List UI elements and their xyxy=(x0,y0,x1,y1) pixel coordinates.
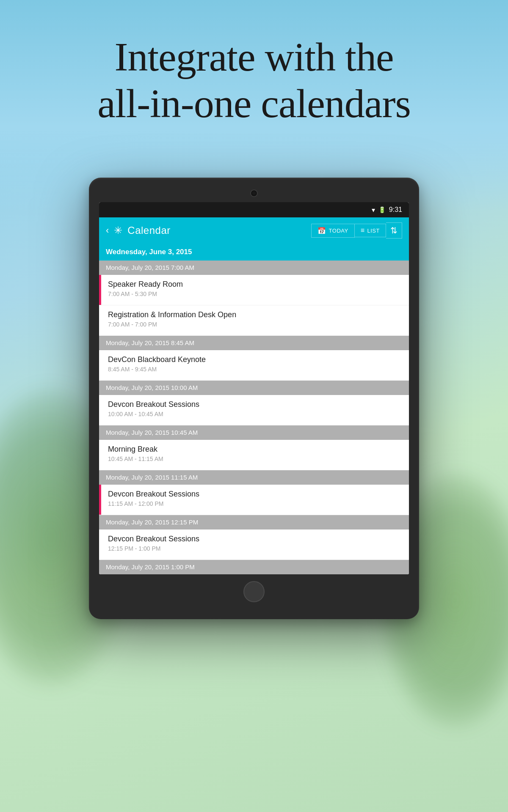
date-group-text: Monday, July 20, 2015 8:45 AM xyxy=(106,339,194,346)
home-button[interactable] xyxy=(243,581,265,602)
event-time: 7:00 AM - 5:30 PM xyxy=(108,291,402,297)
app-bar-actions: 📅 TODAY ≡ LIST ⇅ xyxy=(311,222,402,239)
event-content: Morning Break10:45 AM - 11:15 AM xyxy=(101,440,409,470)
event-time: 8:45 AM - 9:45 AM xyxy=(108,366,402,373)
event-time: 12:15 PM - 1:00 PM xyxy=(108,545,402,552)
date-group-header: Monday, July 20, 2015 7:00 AM xyxy=(99,261,409,275)
headline-line1: Integrate with the xyxy=(114,34,393,80)
date-group-header: Monday, July 20, 2015 10:00 AM xyxy=(99,381,409,395)
back-button[interactable]: ‹ xyxy=(106,225,109,236)
headline-text: Integrate with the all-in-one calendars xyxy=(25,34,483,127)
event-content: Speaker Ready Room7:00 AM - 5:30 PM xyxy=(101,275,409,305)
app-title: Calendar xyxy=(127,225,170,236)
event-title: Devcon Breakout Sessions xyxy=(108,490,402,499)
list-item[interactable]: Speaker Ready Room7:00 AM - 5:30 PM xyxy=(99,275,409,305)
tablet-camera xyxy=(250,189,258,197)
event-time: 10:00 AM - 10:45 AM xyxy=(108,411,402,417)
filter-button[interactable]: ⇅ xyxy=(386,222,402,239)
list-item[interactable]: Devcon Breakout Sessions11:15 AM - 12:00… xyxy=(99,485,409,515)
today-label: TODAY xyxy=(329,228,348,234)
date-group-text: Monday, July 20, 2015 1:00 PM xyxy=(106,563,195,571)
list-item[interactable]: Registration & Information Desk Open7:00… xyxy=(99,305,409,336)
date-group-text: Monday, July 20, 2015 12:15 PM xyxy=(106,518,198,526)
today-button[interactable]: 📅 TODAY xyxy=(311,224,355,238)
event-content: Registration & Information Desk Open7:00… xyxy=(101,305,409,335)
date-group-text: Monday, July 20, 2015 10:45 AM xyxy=(106,429,198,436)
event-content: Devcon Breakout Sessions11:15 AM - 12:00… xyxy=(101,485,409,515)
event-title: Devcon Breakout Sessions xyxy=(108,400,402,409)
battery-icon: 🔋 xyxy=(378,206,386,213)
event-content: DevCon Blackboard Keynote8:45 AM - 9:45 … xyxy=(101,350,409,380)
event-title: Devcon Breakout Sessions xyxy=(108,535,402,543)
event-title: Registration & Information Desk Open xyxy=(108,310,402,319)
wifi-icon: ▾ xyxy=(372,206,375,214)
date-group-header: Monday, July 20, 2015 8:45 AM xyxy=(99,336,409,350)
tablet-screen: ▾ 🔋 9:31 ‹ ✳ Calendar 📅 TODAY ≡ xyxy=(99,202,409,574)
app-bar-left: ‹ ✳ Calendar xyxy=(106,225,171,236)
date-group-text: Monday, July 20, 2015 7:00 AM xyxy=(106,264,194,271)
date-group-text: Monday, July 20, 2015 10:00 AM xyxy=(106,384,198,391)
calendar-list: Monday, July 20, 2015 7:00 AMSpeaker Rea… xyxy=(99,261,409,574)
event-content: Devcon Breakout Sessions10:00 AM - 10:45… xyxy=(101,395,409,425)
list-icon: ≡ xyxy=(361,227,365,234)
tablet-device: ▾ 🔋 9:31 ‹ ✳ Calendar 📅 TODAY ≡ xyxy=(89,178,419,619)
filter-icon: ⇅ xyxy=(390,225,398,236)
app-logo-icon: ✳ xyxy=(114,225,122,236)
date-group-header: Monday, July 20, 2015 10:45 AM xyxy=(99,425,409,440)
status-bar: ▾ 🔋 9:31 xyxy=(99,202,409,217)
event-title: Speaker Ready Room xyxy=(108,280,402,289)
list-item[interactable]: DevCon Blackboard Keynote8:45 AM - 9:45 … xyxy=(99,350,409,381)
event-time: 11:15 AM - 12:00 PM xyxy=(108,500,402,507)
current-date-bar: Wednesday, June 3, 2015 xyxy=(99,244,409,261)
list-item[interactable]: Morning Break10:45 AM - 11:15 AM xyxy=(99,440,409,470)
app-bar: ‹ ✳ Calendar 📅 TODAY ≡ LIST ⇅ xyxy=(99,217,409,244)
headline-line2: all-in-one calendars xyxy=(97,81,411,126)
event-time: 10:45 AM - 11:15 AM xyxy=(108,455,402,462)
current-date-text: Wednesday, June 3, 2015 xyxy=(106,248,192,256)
date-group-text: Monday, July 20, 2015 11:15 AM xyxy=(106,474,198,481)
event-title: DevCon Blackboard Keynote xyxy=(108,355,402,364)
headline: Integrate with the all-in-one calendars xyxy=(0,34,508,127)
today-icon: 📅 xyxy=(318,227,326,235)
status-time: 9:31 xyxy=(389,206,402,214)
list-label: LIST xyxy=(367,228,380,234)
date-group-header: Monday, July 20, 2015 12:15 PM xyxy=(99,515,409,529)
list-button[interactable]: ≡ LIST xyxy=(355,224,386,237)
event-content: Devcon Breakout Sessions12:15 PM - 1:00 … xyxy=(101,529,409,560)
list-item[interactable]: Devcon Breakout Sessions10:00 AM - 10:45… xyxy=(99,395,409,425)
date-group-header: Monday, July 20, 2015 11:15 AM xyxy=(99,470,409,485)
date-group-header: Monday, July 20, 2015 1:00 PM xyxy=(99,560,409,574)
tablet-body: ▾ 🔋 9:31 ‹ ✳ Calendar 📅 TODAY ≡ xyxy=(89,178,419,619)
event-time: 7:00 AM - 7:00 PM xyxy=(108,321,402,328)
list-item[interactable]: Devcon Breakout Sessions12:15 PM - 1:00 … xyxy=(99,529,409,560)
event-title: Morning Break xyxy=(108,445,402,454)
